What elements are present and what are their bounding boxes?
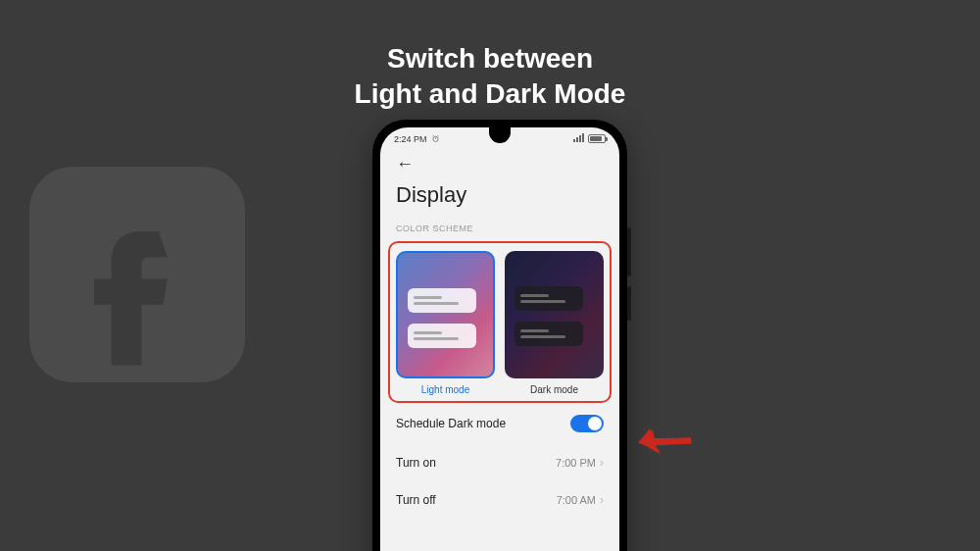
instruction-title: Switch between Light and Dark Mode (0, 41, 980, 113)
chevron-right-icon: › (600, 493, 604, 507)
page-title: Display (380, 178, 619, 218)
alarm-icon (431, 134, 440, 143)
svg-rect-5 (573, 139, 575, 142)
color-scheme-highlight: Light mode Dark mode (388, 241, 612, 403)
turn-on-row[interactable]: Turn on 7:00 PM › (380, 444, 619, 481)
svg-rect-8 (582, 133, 584, 142)
light-mode-option[interactable]: Light mode (396, 251, 495, 395)
light-mode-preview (396, 251, 495, 378)
light-mode-label: Light mode (421, 384, 469, 395)
section-label: COLOR SCHEME (380, 218, 619, 241)
facebook-watermark-icon (29, 167, 245, 382)
turn-on-label: Turn on (396, 456, 436, 470)
schedule-dark-mode-label: Schedule Dark mode (396, 417, 506, 430)
dark-mode-label: Dark mode (530, 384, 578, 395)
turn-off-row[interactable]: Turn off 7:00 AM › (380, 481, 619, 519)
turn-off-time: 7:00 AM (557, 494, 596, 506)
svg-rect-7 (579, 135, 581, 142)
back-button[interactable]: ← (380, 146, 619, 178)
signal-icon (573, 133, 585, 144)
chevron-right-icon: › (600, 456, 604, 470)
back-arrow-icon: ← (396, 154, 414, 174)
schedule-dark-mode-row[interactable]: Schedule Dark mode (380, 403, 619, 444)
svg-line-4 (437, 135, 438, 136)
pointer-arrow-icon (629, 409, 701, 473)
dark-mode-option[interactable]: Dark mode (505, 251, 604, 395)
svg-rect-6 (576, 137, 578, 142)
status-time: 2:24 PM (394, 134, 427, 144)
dark-mode-preview (505, 251, 604, 378)
turn-on-time: 7:00 PM (556, 457, 596, 469)
phone-frame: 2:24 PM ← Display COLOR SCHEME (372, 120, 627, 551)
phone-screen: 2:24 PM ← Display COLOR SCHEME (380, 127, 619, 551)
turn-off-label: Turn off (396, 493, 436, 507)
battery-icon (588, 134, 606, 143)
schedule-toggle[interactable] (570, 415, 604, 432)
svg-line-3 (432, 135, 433, 136)
